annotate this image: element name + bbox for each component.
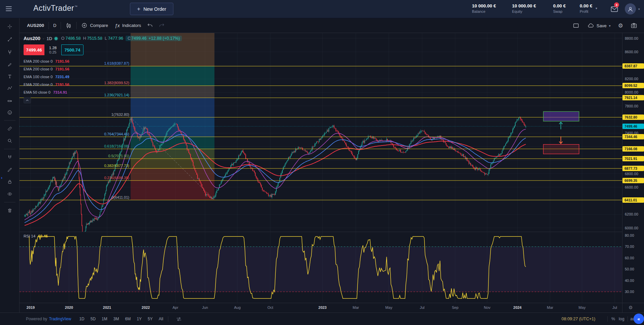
symbol-button[interactable]: AUS200 xyxy=(24,21,47,31)
indicator-legend-list: EMA 200 close 07191.56EMA 200 close 0719… xyxy=(24,57,182,96)
rsi-canvas[interactable] xyxy=(20,232,622,303)
ruler-tool[interactable] xyxy=(5,124,14,133)
chart-area[interactable]: 1.618(8387.87)1.382(8099.52)1.236(7921.1… xyxy=(20,33,622,313)
up-arrow[interactable] xyxy=(559,122,563,130)
interval-button[interactable]: D xyxy=(50,21,60,31)
lock-tool[interactable] xyxy=(5,177,14,187)
save-button[interactable]: Save ▾ xyxy=(584,21,614,31)
save-caret-icon: ▾ xyxy=(609,24,611,28)
range-5d-button[interactable]: 5D xyxy=(88,316,98,322)
compare-button[interactable]: Compare xyxy=(78,21,111,31)
fib-level-label[interactable]: 1(7632.80) xyxy=(20,112,129,117)
undo-button[interactable] xyxy=(144,21,156,31)
fib-level-label[interactable]: 0.618(7166.08) xyxy=(20,144,129,148)
trendline-tool[interactable] xyxy=(5,35,14,44)
close-change-pill: C7499.46 +12.88 (+0.17%) xyxy=(126,36,182,41)
range-all-button[interactable]: All xyxy=(156,316,166,322)
range-1m-button[interactable]: 1M xyxy=(99,316,110,322)
circle-plus-icon xyxy=(81,22,88,29)
level-price-tag: 6699.35 xyxy=(622,178,644,183)
redo-button[interactable] xyxy=(156,21,167,31)
dot-separator: · xyxy=(43,36,44,41)
fib-level-label[interactable]: 0.5(7021.91) xyxy=(20,154,129,158)
axis-settings-icon[interactable]: ⚙ xyxy=(629,305,633,310)
forecast-tool[interactable] xyxy=(5,96,14,106)
chart-style-button[interactable] xyxy=(62,21,75,31)
tradingview-link[interactable]: TradingView xyxy=(49,317,71,321)
hide-tool[interactable] xyxy=(5,189,14,199)
price-axis[interactable]: ⚙ 8800.008600.008400.008200.008000.00780… xyxy=(622,33,644,313)
time-axis-label: Apr xyxy=(172,305,178,310)
buy-button[interactable]: 7500.74 xyxy=(61,44,83,55)
divider xyxy=(4,202,15,202)
main-menu-button[interactable] xyxy=(3,5,13,13)
long-target-box[interactable] xyxy=(543,111,579,121)
price-axis-label: 8000.00 xyxy=(625,90,638,95)
balance-metric: 10 000.00 € Balance xyxy=(472,3,496,13)
down-arrow[interactable] xyxy=(559,136,563,143)
profit-caret-icon[interactable]: ▾ xyxy=(596,6,597,10)
legend-collapse-button[interactable] xyxy=(24,97,31,103)
text-tool[interactable] xyxy=(5,72,14,81)
indicator-legend-row[interactable]: EMA 200 close 07191.56 xyxy=(24,65,182,73)
log-scale-button[interactable]: log xyxy=(619,317,624,321)
short-target-box[interactable] xyxy=(543,144,579,154)
draw-tool[interactable] xyxy=(5,165,14,174)
magnet-tool[interactable] xyxy=(5,153,14,162)
clock-display[interactable]: 08:09:27 (UTC+1) xyxy=(562,317,595,321)
drawing-toolbar xyxy=(0,18,20,325)
range-3m-button[interactable]: 3M xyxy=(111,316,122,322)
equity-metric: 10 000.00 € Equity xyxy=(512,3,536,13)
fib-level-label[interactable]: 0.382(6877.73) xyxy=(20,164,129,168)
delete-tool[interactable] xyxy=(5,206,14,215)
settings-gear-icon[interactable]: ⚙ xyxy=(615,22,626,29)
avatar-caret-icon[interactable]: ▾ xyxy=(638,7,640,11)
level-price-tag: 7166.08 xyxy=(622,146,644,152)
legend-symbol[interactable]: Aus200 xyxy=(24,36,40,41)
crosshair-tool[interactable] xyxy=(5,22,14,31)
eye-icon xyxy=(7,190,12,198)
divider xyxy=(4,149,15,149)
indicators-button[interactable]: ƒx Indicators xyxy=(111,21,144,31)
sell-button[interactable]: 7499.46 xyxy=(24,44,44,55)
panel-expand-handle[interactable]: › xyxy=(0,173,3,182)
indicator-legend-row[interactable]: EMA 200 close 07191.56 xyxy=(24,57,182,65)
range-5y-button[interactable]: 5Y xyxy=(145,316,156,322)
go-to-date-button[interactable] xyxy=(174,316,184,323)
brush-tool[interactable] xyxy=(5,60,14,69)
divider xyxy=(168,316,168,322)
percent-scale-button[interactable]: % xyxy=(611,317,615,321)
last-price-tag: 7499.46 xyxy=(622,124,644,129)
user-avatar[interactable] xyxy=(625,3,636,14)
indicator-legend-row[interactable]: EMA 50 close 07314.91 xyxy=(24,88,182,96)
tradingview-attribution[interactable]: Powered by TradingView xyxy=(26,317,71,321)
fib-level-label[interactable]: 0.236(6699.35) xyxy=(20,176,129,180)
time-axis[interactable]: 2019202020212022AprJunAugOct2023MarMayJu… xyxy=(20,303,622,313)
range-1y-button[interactable]: 1Y xyxy=(134,316,144,322)
rsi-legend[interactable]: RSI 14 60.46 xyxy=(24,234,48,238)
indicator-legend-row[interactable]: EMA 100 close 07231.49 xyxy=(24,73,182,80)
lock-icon xyxy=(7,178,12,186)
time-axis-label: Sep xyxy=(452,305,459,310)
fib-level-label[interactable]: 0.764(7344.46) xyxy=(20,132,129,136)
emoji-tool[interactable] xyxy=(5,108,14,117)
range-1d-button[interactable]: 1D xyxy=(76,316,87,322)
range-6m-button[interactable]: 6M xyxy=(122,316,133,322)
layout-button[interactable] xyxy=(569,21,583,31)
fib-level-label[interactable]: 0(6411.01) xyxy=(20,195,129,199)
chat-bubble-button[interactable]: « xyxy=(634,314,644,324)
price-axis-label: 6000.00 xyxy=(625,225,638,231)
screenshot-button[interactable] xyxy=(627,21,641,31)
legend-interval[interactable]: 1D xyxy=(46,36,52,41)
level-price-tag: 6411.01 xyxy=(622,197,644,203)
divider xyxy=(48,22,49,29)
divider xyxy=(4,120,15,121)
new-order-button[interactable]: + New Order xyxy=(130,3,173,15)
pattern-tool[interactable] xyxy=(5,84,14,93)
time-axis-label: 2021 xyxy=(103,305,111,310)
divider xyxy=(61,22,61,29)
indicator-legend-row[interactable]: EMA 200 close 07191.56 xyxy=(24,80,182,88)
level-price-tag: 8387.87 xyxy=(622,63,644,69)
zoom-tool[interactable] xyxy=(5,136,14,145)
pitchfork-tool[interactable] xyxy=(5,47,14,57)
